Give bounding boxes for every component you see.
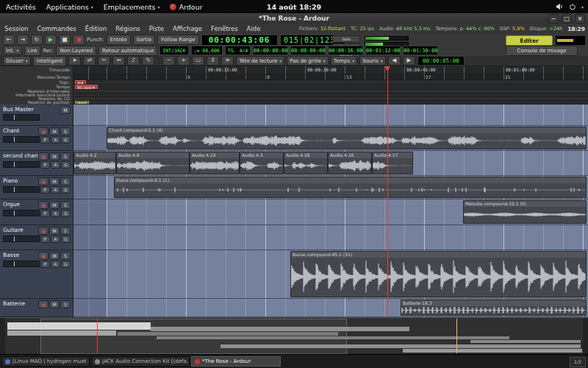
- editor-canvas[interactable]: Chant compound-5.1 (4) Audio 4.2 Audio 4…: [74, 105, 588, 317]
- range-tool-button[interactable]: ⇄: [83, 56, 96, 66]
- track-lane-second-chant[interactable]: Audio 4.2 Audio 4.9 Audio 4.23 Audio 4.3…: [74, 151, 588, 176]
- mini-clock-1[interactable]: 00:00:00:00: [253, 46, 288, 55]
- meter-display[interactable]: TS: 4/4: [225, 46, 251, 55]
- places-menu[interactable]: Emplacements ▾: [104, 3, 160, 11]
- stop-button[interactable]: ■: [59, 35, 71, 45]
- system-status-area[interactable]: ▾: [556, 0, 584, 13]
- track-name[interactable]: Orgue: [3, 201, 20, 208]
- region-second-chant-7[interactable]: Audio 4.17: [372, 152, 413, 174]
- region-second-chant-3[interactable]: Audio 4.23: [190, 152, 240, 174]
- region-second-chant-4[interactable]: Audio 4.3: [240, 152, 284, 174]
- tempo-marker[interactable]: 80,000/4: [75, 85, 98, 90]
- mixer-button[interactable]: Console de mixage: [506, 46, 578, 56]
- go-start-button[interactable]: ⇤: [3, 35, 15, 45]
- play-button[interactable]: ▶: [45, 35, 57, 45]
- app-menu-ardour[interactable]: Ardour: [170, 3, 202, 11]
- edit-point-dropdown[interactable]: Souris▾: [359, 56, 386, 66]
- track-name[interactable]: Batterie: [3, 300, 25, 307]
- menu-aide[interactable]: Aide: [243, 25, 265, 32]
- nudge-clock[interactable]: 00:00:05:00: [417, 56, 465, 66]
- track-header-guitare[interactable]: Guitare ● M S P A G: [0, 225, 74, 250]
- edit-mode-dropdown[interactable]: Glisser▾: [3, 56, 31, 66]
- layered-mode-button[interactable]: Non-Layered: [56, 46, 96, 56]
- track-height-button[interactable]: ≡: [221, 56, 234, 66]
- mute-button[interactable]: M: [49, 300, 60, 308]
- automation-button[interactable]: A: [51, 186, 60, 194]
- go-end-button[interactable]: ⇥: [17, 35, 29, 45]
- tempo-display[interactable]: ♩= 80,000: [191, 46, 223, 55]
- gain-fader[interactable]: [3, 136, 40, 143]
- track-name[interactable]: Basse: [3, 252, 19, 258]
- gain-fader[interactable]: [3, 210, 40, 216]
- region-piano[interactable]: Piano compound-9.1 (1): [114, 177, 587, 198]
- gain-fader[interactable]: [3, 161, 40, 168]
- solo-indicator[interactable]: Solo: [332, 35, 360, 43]
- follow-range-button[interactable]: Follow Range: [157, 35, 198, 45]
- group-button[interactable]: G: [61, 210, 71, 217]
- track-name[interactable]: second chant: [3, 152, 40, 159]
- mute-button[interactable]: M: [60, 106, 71, 114]
- track-lane-bus-master[interactable]: [74, 105, 588, 126]
- track-lane-batterie[interactable]: Batterie-18.3: [74, 299, 588, 317]
- window-title-bar[interactable]: *The Rose - Ardour − □ ×: [0, 13, 588, 24]
- gain-fader[interactable]: [3, 236, 40, 242]
- mini-clock-2[interactable]: 00:00:00:00: [290, 46, 326, 55]
- solo-button[interactable]: S: [60, 300, 71, 308]
- region-second-chant-1[interactable]: Audio 4.2: [74, 152, 116, 174]
- mini-clock-4[interactable]: 00:01:12:00: [365, 46, 401, 55]
- track-lane-piano[interactable]: Piano compound-9.1 (1): [74, 176, 588, 199]
- menu-commandes[interactable]: Commandes: [32, 25, 80, 32]
- track-name[interactable]: Bus Master: [3, 106, 34, 113]
- menu-affichage[interactable]: Affichage: [168, 25, 207, 32]
- group-button[interactable]: G: [61, 186, 71, 194]
- record-arm-button[interactable]: ●: [38, 227, 49, 235]
- summary-left-edge[interactable]: [0, 318, 5, 355]
- track-name[interactable]: Piano: [3, 177, 18, 184]
- maximize-button[interactable]: □: [562, 14, 572, 24]
- summary-right-edge[interactable]: [583, 318, 588, 355]
- applications-menu[interactable]: Applications ▾: [46, 3, 93, 11]
- solo-button[interactable]: S: [60, 201, 71, 209]
- region-second-chant-6[interactable]: Audio 4.16: [328, 152, 372, 174]
- track-lane-basse[interactable]: Basse compound-45.1 (31): [74, 250, 588, 299]
- track-header-basse[interactable]: Basse ● M S P A G: [0, 250, 74, 299]
- region-second-chant-5[interactable]: Audio 4.18: [284, 152, 328, 174]
- track-header-orgue[interactable]: Orgue ● M S P A G: [0, 199, 74, 225]
- track-name[interactable]: Guitare: [3, 227, 24, 233]
- taskbar-window-browser[interactable]: [Linux MAO | hydrogen muet - Mo...: [1, 356, 90, 367]
- stretch-tool-button[interactable]: ↔: [112, 56, 125, 66]
- group-button[interactable]: G: [61, 161, 71, 169]
- track-header-bus-master[interactable]: Bus Master M: [0, 105, 74, 126]
- playlist-button[interactable]: P: [40, 186, 50, 194]
- record-arm-button[interactable]: ●: [38, 201, 49, 209]
- grid-mode-dropdown[interactable]: Pas de grille▾: [287, 56, 329, 66]
- zoom-in-button[interactable]: +: [177, 56, 190, 66]
- track-header-piano[interactable]: Piano ● M S P A G: [0, 176, 74, 199]
- play-mode-button[interactable]: Lire: [24, 46, 41, 56]
- track-name[interactable]: Chant: [3, 127, 19, 134]
- mute-button[interactable]: M: [49, 252, 60, 260]
- menu-regions[interactable]: Régions: [111, 25, 145, 32]
- taskbar-window-ardour[interactable]: *The Rose - Ardour: [191, 356, 281, 367]
- playlist-button[interactable]: P: [40, 261, 50, 268]
- solo-button[interactable]: S: [60, 177, 71, 185]
- workspace-switcher[interactable]: 1/2: [570, 357, 586, 367]
- record-arm-button[interactable]: ●: [38, 152, 49, 160]
- track-header-batterie[interactable]: Batterie ● M S: [0, 299, 74, 317]
- automation-button[interactable]: A: [51, 210, 60, 217]
- record-arm-button[interactable]: ●: [38, 127, 49, 135]
- draw-tool-button[interactable]: ✎: [142, 56, 154, 66]
- record-arm-button[interactable]: ●: [38, 252, 49, 260]
- gnome-clock[interactable]: 14 août 18:29: [267, 3, 321, 11]
- automation-button[interactable]: A: [51, 136, 60, 144]
- close-button[interactable]: ×: [575, 14, 585, 24]
- record-arm-button[interactable]: ●: [38, 177, 49, 185]
- auto-return-button[interactable]: Retour automatique: [98, 46, 157, 56]
- group-button[interactable]: G: [61, 136, 71, 144]
- mute-button[interactable]: M: [49, 177, 60, 185]
- menu-piste[interactable]: Piste: [145, 25, 168, 32]
- record-button[interactable]: ●: [73, 35, 85, 45]
- punch-in-button[interactable]: Entrée: [107, 35, 131, 45]
- menu-session[interactable]: Session: [0, 25, 32, 32]
- primary-clock[interactable]: 00:00:43:06: [201, 35, 278, 46]
